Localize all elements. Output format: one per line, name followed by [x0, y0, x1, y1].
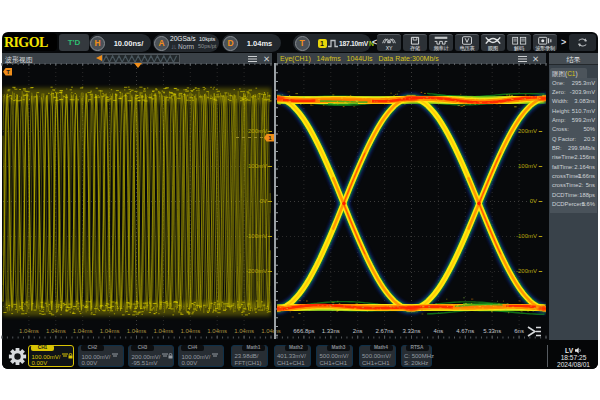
svg-text:T: T: [6, 69, 10, 75]
